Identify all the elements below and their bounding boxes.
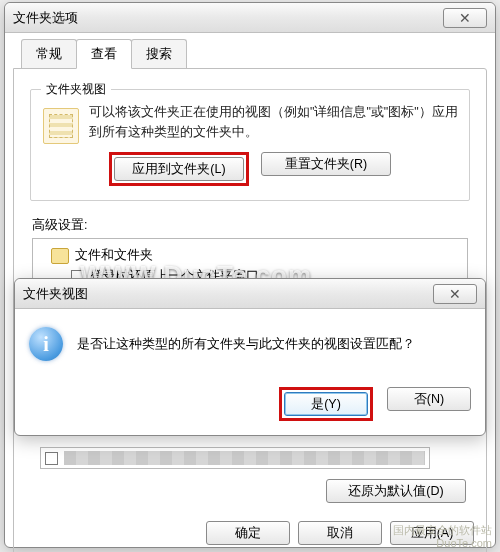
- tabs: 常规 查看 搜索: [5, 33, 495, 69]
- info-icon: i: [29, 327, 63, 361]
- folder-view-icon: [43, 108, 79, 144]
- group-label: 文件夹视图: [41, 81, 111, 98]
- yes-button[interactable]: 是(Y): [284, 392, 368, 416]
- ok-button[interactable]: 确定: [206, 521, 290, 545]
- folder-icon: [51, 248, 69, 264]
- reset-folders-button[interactable]: 重置文件夹(R): [261, 152, 391, 176]
- highlight-apply: 应用到文件夹(L): [109, 152, 249, 186]
- no-button[interactable]: 否(N): [387, 387, 471, 411]
- tree-root-label: 文件和文件夹: [75, 247, 153, 264]
- brand-line2: DuoTe.com: [393, 537, 492, 550]
- tab-search[interactable]: 搜索: [131, 39, 187, 69]
- restore-defaults-button[interactable]: 还原为默认值(D): [326, 479, 466, 503]
- group-description: 可以将该文件夹正在使用的视图（例如"详细信息"或"图标"）应用到所有这种类型的文…: [89, 102, 459, 142]
- checkbox-icon[interactable]: [45, 452, 58, 465]
- dialog-titlebar: 文件夹视图: [15, 279, 485, 309]
- brand-line1: 国内最安全的软件站: [393, 524, 492, 537]
- highlight-yes: 是(Y): [279, 387, 373, 421]
- folder-options-window: 文件夹选项 常规 查看 搜索 文件夹视图 可以将该文件夹正在使用的视图（例如"详…: [4, 2, 496, 548]
- cancel-button[interactable]: 取消: [298, 521, 382, 545]
- close-icon[interactable]: [433, 284, 477, 304]
- brand-footer: 国内最安全的软件站 DuoTe.com: [393, 524, 492, 550]
- apply-to-folders-button[interactable]: 应用到文件夹(L): [114, 157, 244, 181]
- confirm-dialog: 文件夹视图 i 是否让这种类型的所有文件夹与此文件夹的视图设置匹配？ 是(Y) …: [14, 278, 486, 436]
- tree-item-label-blurred: [64, 451, 425, 465]
- window-title: 文件夹选项: [13, 9, 78, 27]
- close-icon[interactable]: [443, 8, 487, 28]
- titlebar: 文件夹选项: [5, 3, 495, 33]
- tab-view[interactable]: 查看: [76, 39, 132, 69]
- dialog-title: 文件夹视图: [23, 285, 88, 303]
- tree-item-hidden-os[interactable]: [40, 447, 430, 469]
- dialog-question: 是否让这种类型的所有文件夹与此文件夹的视图设置匹配？: [77, 335, 415, 353]
- tree-root[interactable]: 文件和文件夹: [37, 245, 463, 266]
- folder-view-group: 文件夹视图 可以将该文件夹正在使用的视图（例如"详细信息"或"图标"）应用到所有…: [30, 89, 470, 201]
- tab-general[interactable]: 常规: [21, 39, 77, 69]
- advanced-label: 高级设置:: [32, 217, 476, 234]
